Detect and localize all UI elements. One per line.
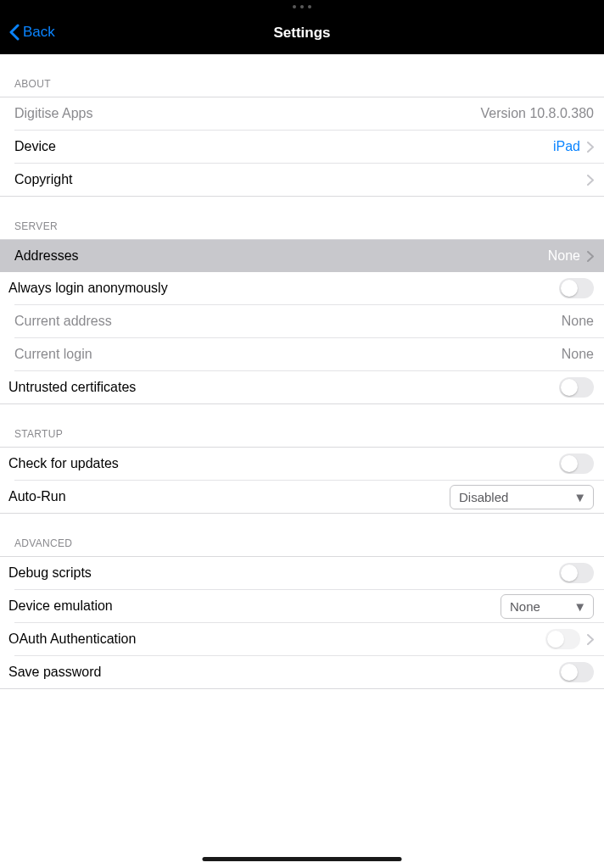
app-label: Digitise Apps	[14, 106, 93, 121]
chevron-right-icon	[587, 142, 594, 153]
section-header-startup: STARTUP	[0, 404, 604, 448]
anon-login-label: Always login anonymously	[8, 281, 168, 296]
check-updates-label: Check for updates	[8, 456, 119, 471]
device-label: Device	[14, 139, 56, 154]
dropdown-triangle-icon: ▼	[573, 599, 586, 614]
row-copyright[interactable]: Copyright	[0, 164, 604, 196]
save-password-label: Save password	[8, 665, 101, 680]
debug-scripts-label: Debug scripts	[8, 565, 92, 581]
section-header-about: ABOUT	[0, 54, 604, 97]
untrusted-certs-toggle[interactable]	[559, 377, 594, 398]
app-version: Version 10.8.0.380	[481, 106, 594, 121]
multitask-dots-icon	[293, 5, 311, 8]
back-label: Back	[23, 24, 55, 41]
chevron-left-icon	[8, 24, 20, 41]
row-anon-login: Always login anonymously	[0, 272, 604, 304]
auto-run-select[interactable]: Disabled ▼	[450, 485, 594, 509]
section-header-server: SERVER	[0, 197, 604, 240]
startup-group: Check for updates Auto-Run Disabled ▼	[0, 448, 604, 514]
device-emulation-label: Device emulation	[8, 598, 113, 614]
chevron-right-icon	[587, 634, 594, 645]
advanced-group: Debug scripts Device emulation None ▼ OA…	[0, 557, 604, 689]
current-address-label: Current address	[14, 314, 112, 329]
section-header-advanced: ADVANCED	[0, 514, 604, 557]
save-password-toggle[interactable]	[559, 662, 594, 682]
addresses-label: Addresses	[14, 248, 79, 264]
addresses-value: None	[548, 248, 580, 264]
row-app: Digitise Apps Version 10.8.0.380	[0, 97, 604, 130]
dropdown-triangle-icon: ▼	[573, 490, 586, 504]
device-emulation-select[interactable]: None ▼	[501, 594, 594, 619]
page-title: Settings	[273, 25, 330, 42]
auto-run-value: Disabled	[459, 490, 508, 504]
chevron-right-icon	[587, 251, 594, 262]
row-debug-scripts: Debug scripts	[0, 557, 604, 589]
row-current-login: Current login None	[0, 338, 604, 370]
row-untrusted-certs: Untrusted certificates	[0, 371, 604, 403]
back-button[interactable]: Back	[8, 24, 55, 41]
about-group: Digitise Apps Version 10.8.0.380 Device …	[0, 97, 604, 197]
current-login-label: Current login	[14, 347, 92, 362]
check-updates-toggle[interactable]	[559, 453, 594, 474]
row-auto-run: Auto-Run Disabled ▼	[0, 481, 604, 513]
chevron-right-icon	[587, 175, 594, 186]
server-group: Addresses None Always login anonymously …	[0, 240, 604, 404]
row-device-emulation: Device emulation None ▼	[0, 590, 604, 622]
row-addresses[interactable]: Addresses None	[0, 240, 604, 272]
device-value: iPad	[553, 139, 580, 154]
home-indicator[interactable]	[203, 857, 402, 861]
oauth-label: OAuth Authentication	[8, 632, 136, 647]
copyright-label: Copyright	[14, 172, 72, 187]
row-device[interactable]: Device iPad	[0, 131, 604, 163]
row-oauth[interactable]: OAuth Authentication	[0, 623, 604, 655]
navbar: Back Settings	[0, 0, 604, 54]
device-emulation-value: None	[510, 599, 540, 614]
row-current-address: Current address None	[0, 305, 604, 337]
row-check-updates: Check for updates	[0, 448, 604, 480]
oauth-toggle[interactable]	[545, 629, 580, 649]
debug-scripts-toggle[interactable]	[559, 563, 594, 583]
current-login-value: None	[562, 347, 594, 362]
auto-run-label: Auto-Run	[8, 489, 66, 504]
untrusted-label: Untrusted certificates	[8, 380, 136, 395]
row-save-password: Save password	[0, 656, 604, 688]
anon-login-toggle[interactable]	[559, 278, 594, 298]
current-address-value: None	[562, 314, 594, 329]
